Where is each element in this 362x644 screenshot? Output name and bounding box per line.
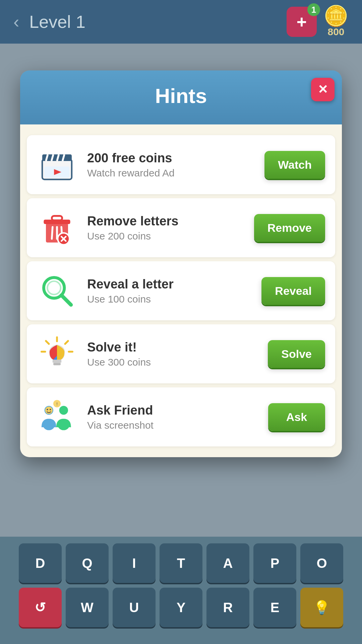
svg-text:!: !	[56, 401, 58, 407]
keyboard-area: D Q I T A P O ↺ W U Y R E 💡	[0, 537, 362, 644]
key-Y[interactable]: Y	[160, 588, 202, 627]
clapperboard-icon	[39, 146, 75, 183]
keyboard-row-2: ↺ W U Y R E 💡	[7, 588, 355, 627]
key-E[interactable]: E	[253, 588, 296, 627]
hint-row-ask: ! Ask Friend Via screenshot Ask	[27, 387, 335, 446]
modal-title: Hints	[155, 84, 207, 107]
hint-row-solve: Solve it! Use 300 coins Solve	[27, 324, 335, 383]
key-Q[interactable]: Q	[66, 543, 109, 583]
watch-text: 200 free coins Watch rewarded Ad	[87, 151, 254, 179]
keyboard-row-1: D Q I T A P O	[7, 543, 355, 583]
background-area: Hints	[0, 44, 362, 644]
remove-sub: Use 200 coins	[87, 230, 244, 242]
svg-line-23	[65, 341, 68, 344]
friends-icon: !	[39, 398, 75, 435]
hint-row-watch: 200 free coins Watch rewarded Ad Watch	[27, 135, 335, 194]
modal-body: 200 free coins Watch rewarded Ad Watch	[20, 124, 342, 457]
solve-icon-area	[37, 334, 77, 374]
svg-rect-27	[53, 363, 61, 365]
svg-point-20	[47, 281, 61, 294]
watch-icon-area	[37, 145, 77, 185]
svg-rect-10	[52, 216, 62, 220]
key-P[interactable]: P	[253, 543, 296, 583]
watch-sub: Watch rewarded Ad	[87, 167, 254, 179]
key-U[interactable]: U	[113, 588, 156, 627]
header: ‹ Level 1 1 🪙 800	[0, 0, 362, 44]
ask-text: Ask Friend Via screenshot	[87, 403, 258, 431]
watch-button[interactable]: Watch	[264, 151, 325, 179]
reveal-icon-area	[37, 271, 77, 311]
solve-sub: Use 300 coins	[87, 357, 258, 368]
svg-line-19	[61, 295, 71, 305]
plus-badge[interactable]: 1	[287, 7, 317, 37]
key-I[interactable]: I	[113, 543, 156, 583]
key-R[interactable]: R	[206, 588, 249, 627]
hint-row-reveal: Reveal a letter Use 100 coins Reveal	[27, 261, 335, 320]
coins-count: 800	[327, 26, 344, 38]
ask-main: Ask Friend	[87, 403, 258, 418]
solve-main: Solve it!	[87, 340, 258, 355]
ask-button[interactable]: Ask	[268, 403, 325, 431]
bulb-icon	[39, 335, 75, 372]
svg-point-29	[59, 406, 68, 415]
svg-point-36	[58, 420, 69, 430]
key-T[interactable]: T	[160, 543, 202, 583]
svg-point-31	[47, 409, 48, 410]
watch-main: 200 free coins	[87, 151, 254, 165]
key-O[interactable]: O	[300, 543, 343, 583]
modal-header: Hints	[20, 70, 342, 124]
magnifier-icon	[39, 272, 75, 309]
svg-point-35	[43, 420, 55, 430]
reveal-button[interactable]: Reveal	[261, 277, 325, 305]
reveal-sub: Use 100 coins	[87, 293, 251, 305]
solve-button[interactable]: Solve	[268, 340, 325, 368]
badge-count: 1	[307, 3, 320, 16]
svg-line-11	[52, 227, 53, 239]
coins-icon: 🪙	[323, 6, 349, 26]
ask-icon-area: !	[37, 397, 77, 437]
key-A[interactable]: A	[206, 543, 249, 583]
remove-main: Remove letters	[87, 214, 244, 228]
key-reset[interactable]: ↺	[19, 588, 62, 627]
hint-row-remove: Remove letters Use 200 coins Remove	[27, 198, 335, 257]
key-D[interactable]: D	[19, 543, 62, 583]
remove-button[interactable]: Remove	[254, 214, 325, 242]
key-hint[interactable]: 💡	[300, 588, 343, 627]
level-title: Level 1	[29, 12, 85, 32]
svg-rect-26	[53, 360, 61, 363]
solve-text: Solve it! Use 300 coins	[87, 340, 258, 368]
trash-icon	[39, 209, 75, 246]
reveal-text: Reveal a letter Use 100 coins	[87, 277, 251, 305]
remove-icon-area	[37, 208, 77, 248]
svg-point-32	[50, 409, 51, 410]
ask-sub: Via screenshot	[87, 420, 258, 431]
close-button[interactable]	[311, 78, 335, 101]
key-W[interactable]: W	[66, 588, 109, 627]
header-right: 1 🪙 800	[287, 6, 349, 38]
coins-container: 🪙 800	[323, 6, 349, 38]
remove-text: Remove letters Use 200 coins	[87, 214, 244, 242]
svg-line-22	[46, 341, 49, 344]
back-button[interactable]: ‹	[13, 12, 19, 32]
hints-modal: Hints	[20, 70, 342, 457]
reveal-main: Reveal a letter	[87, 277, 251, 291]
